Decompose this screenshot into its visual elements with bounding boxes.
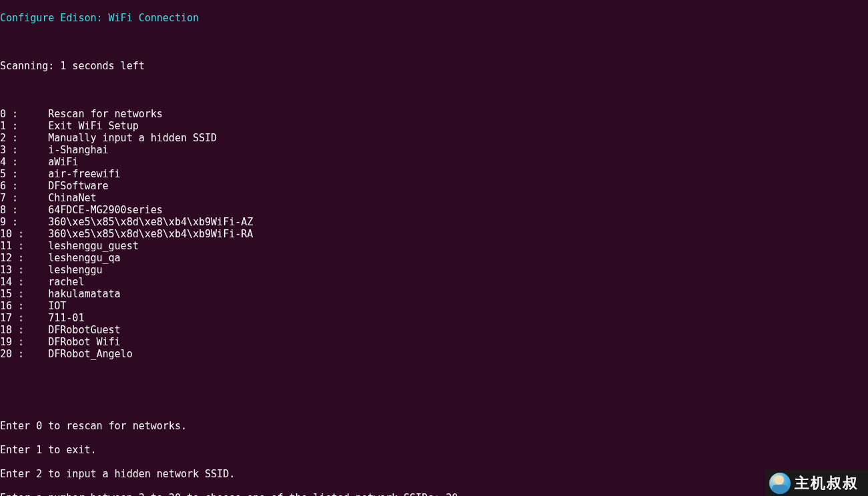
blank-line <box>0 396 868 408</box>
network-option: 16 : IOT <box>0 300 868 312</box>
network-option: 13 : leshenggu <box>0 264 868 276</box>
network-option: 11 : leshenggu_guest <box>0 240 868 252</box>
network-option: 0 : Rescan for networks <box>0 108 868 120</box>
blank-line <box>0 84 868 96</box>
network-option: 15 : hakulamatata <box>0 288 868 300</box>
network-option: 8 : 64FDCE-MG2900series <box>0 204 868 216</box>
prompt-exit: Enter 1 to exit. <box>0 444 868 456</box>
watermark-avatar-icon <box>769 473 791 494</box>
network-option: 20 : DFRobot_Angelo <box>0 348 868 360</box>
network-option: 7 : ChinaNet <box>0 192 868 204</box>
watermark-text: 主机叔叔 <box>795 477 859 489</box>
network-option: 10 : 360\xe5\x85\x8d\xe8\xb4\xb9WiFi-RA <box>0 228 868 240</box>
network-option: 1 : Exit WiFi Setup <box>0 120 868 132</box>
scanning-status: Scanning: 1 seconds left <box>0 60 868 72</box>
config-header: Configure Edison: WiFi Connection <box>0 12 868 24</box>
blank-line <box>0 36 868 48</box>
network-option: 18 : DFRobotGuest <box>0 324 868 336</box>
network-option: 14 : rachel <box>0 276 868 288</box>
network-option: 3 : i-Shanghai <box>0 144 868 156</box>
network-option: 17 : 711-01 <box>0 312 868 324</box>
watermark-badge: 主机叔叔 <box>765 470 868 496</box>
prompt-rescan: Enter 0 to rescan for networks. <box>0 420 868 432</box>
network-option: 6 : DFSoftware <box>0 180 868 192</box>
blank-line <box>0 372 868 384</box>
terminal-output[interactable]: Configure Edison: WiFi Connection Scanni… <box>0 0 868 496</box>
prompt-hidden: Enter 2 to input a hidden network SSID. <box>0 468 868 480</box>
network-option: 5 : air-freewifi <box>0 168 868 180</box>
network-option: 4 : aWiFi <box>0 156 868 168</box>
network-option: 2 : Manually input a hidden SSID <box>0 132 868 144</box>
network-option: 12 : leshenggu_qa <box>0 252 868 264</box>
prompt-choose: Enter a number between 3 to 20 to choose… <box>0 492 868 496</box>
network-option: 9 : 360\xe5\x85\x8d\xe8\xb4\xb9WiFi-AZ <box>0 216 868 228</box>
network-option: 19 : DFRobot Wifi <box>0 336 868 348</box>
